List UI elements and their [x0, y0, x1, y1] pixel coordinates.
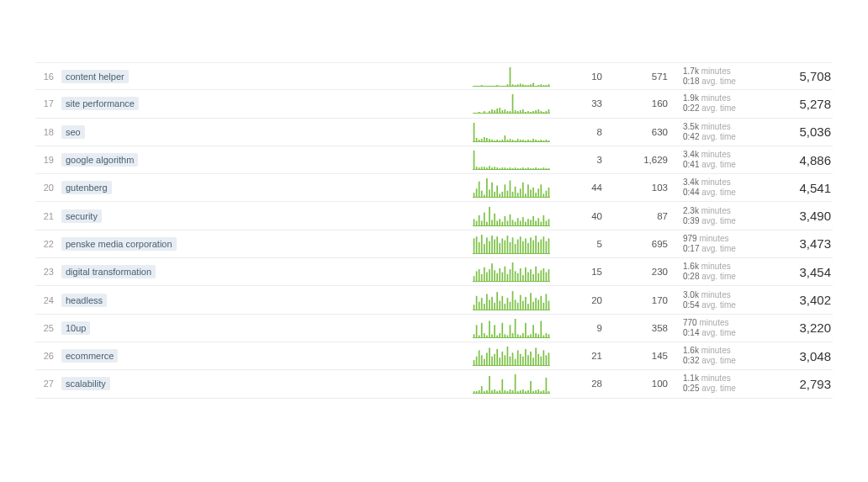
avgtime-label: avg. time — [701, 103, 736, 113]
svg-rect-310 — [512, 352, 514, 365]
tag-link[interactable]: google algorithm — [61, 153, 138, 167]
svg-rect-320 — [537, 354, 539, 365]
minutes-value: 1.9k — [683, 93, 699, 103]
tag-link[interactable]: content helper — [61, 70, 129, 83]
svg-rect-81 — [481, 167, 483, 169]
svg-rect-335 — [496, 391, 498, 393]
minutes-label: minutes — [701, 150, 731, 159]
svg-rect-287 — [532, 325, 534, 337]
col-posts: 33 — [555, 98, 602, 109]
svg-rect-17 — [546, 85, 548, 86]
col-posts: 5 — [555, 239, 602, 249]
svg-rect-249 — [515, 299, 516, 310]
svg-rect-245 — [504, 304, 505, 310]
col-engagement: 1.6k minutes0:32 avg. time — [668, 346, 760, 366]
svg-rect-208 — [489, 269, 490, 281]
svg-rect-303 — [494, 354, 495, 365]
col-engagement: 1.7k minutes0:18 avg. time — [668, 66, 760, 87]
svg-rect-265 — [476, 325, 478, 337]
svg-rect-140 — [474, 219, 475, 225]
col-total: 4,886 — [760, 153, 833, 167]
svg-rect-227 — [537, 273, 539, 281]
svg-rect-128 — [522, 183, 524, 197]
tag-link[interactable]: 10up — [61, 321, 90, 335]
svg-rect-299 — [484, 359, 485, 365]
svg-rect-18 — [548, 84, 550, 86]
svg-rect-203 — [476, 272, 478, 282]
tag-link[interactable]: seo — [61, 125, 85, 139]
minutes-label: minutes — [701, 262, 731, 271]
tag-link[interactable]: penske media corporation — [61, 237, 177, 251]
svg-rect-181 — [499, 243, 500, 253]
col-views: 358 — [602, 323, 668, 333]
svg-rect-91 — [507, 168, 509, 169]
minutes-value: 1.6k — [683, 262, 699, 271]
tag-link[interactable]: digital transformation — [61, 265, 156, 278]
svg-rect-351 — [537, 389, 539, 393]
svg-rect-166 — [540, 221, 542, 225]
svg-rect-137 — [546, 191, 548, 197]
svg-rect-309 — [510, 357, 511, 365]
svg-rect-300 — [486, 352, 488, 365]
svg-rect-23 — [491, 109, 493, 113]
tag-link[interactable]: ecommerce — [61, 349, 118, 363]
svg-rect-186 — [512, 237, 514, 253]
avgtime-value: 0:54 — [683, 300, 699, 310]
tag-link[interactable]: security — [61, 209, 102, 223]
svg-rect-45 — [548, 109, 550, 113]
svg-rect-268 — [484, 333, 485, 337]
svg-rect-290 — [540, 320, 542, 337]
svg-rect-323 — [546, 355, 548, 365]
row-rank: 18 — [35, 127, 54, 137]
svg-rect-229 — [542, 268, 544, 281]
avgtime-value: 0:14 — [683, 328, 699, 337]
svg-rect-259 — [540, 295, 542, 309]
svg-rect-228 — [540, 270, 542, 281]
sparkline-chart — [473, 289, 550, 311]
svg-rect-78 — [474, 151, 475, 169]
svg-rect-151 — [501, 221, 503, 225]
svg-rect-56 — [496, 140, 498, 141]
svg-rect-27 — [501, 110, 503, 113]
svg-rect-349 — [532, 391, 534, 393]
tag-link[interactable]: gutenberg — [61, 181, 112, 194]
svg-rect-88 — [499, 168, 500, 169]
svg-rect-258 — [537, 299, 539, 310]
svg-rect-215 — [507, 274, 509, 281]
minutes-label: minutes — [701, 290, 731, 299]
svg-rect-161 — [527, 219, 529, 225]
svg-rect-44 — [546, 111, 548, 113]
tag-link[interactable]: site performance — [61, 97, 139, 110]
svg-rect-136 — [542, 194, 544, 198]
svg-rect-273 — [496, 335, 498, 336]
table-row: 17site performance331601.9k minutes0:22 … — [35, 90, 833, 118]
tag-link[interactable]: headless — [61, 294, 107, 307]
svg-rect-182 — [501, 238, 503, 253]
avgtime-label: avg. time — [701, 216, 736, 225]
svg-rect-104 — [540, 168, 542, 169]
tag-link[interactable]: scalability — [61, 377, 110, 390]
svg-rect-328 — [479, 390, 480, 393]
svg-rect-212 — [499, 268, 500, 281]
svg-rect-257 — [535, 298, 537, 310]
row-rank: 20 — [35, 183, 54, 193]
sparkline-chart — [473, 233, 550, 255]
table-row: 23digital transformation152301.6k minute… — [35, 258, 833, 286]
svg-rect-231 — [548, 269, 550, 281]
svg-rect-50 — [481, 139, 483, 141]
col-views: 695 — [602, 239, 668, 249]
col-views: 230 — [602, 267, 668, 277]
table-row: 19google algorithm31,6293.4k minutes0:41… — [35, 146, 833, 174]
svg-rect-333 — [491, 390, 493, 393]
svg-rect-28 — [504, 109, 505, 113]
minutes-value: 979 — [683, 234, 697, 243]
svg-rect-178 — [491, 236, 493, 253]
svg-rect-244 — [501, 295, 503, 309]
svg-rect-101 — [532, 168, 534, 169]
minutes-label: minutes — [699, 318, 728, 327]
svg-rect-254 — [527, 304, 529, 310]
row-rank: 22 — [35, 239, 54, 249]
svg-rect-261 — [546, 294, 548, 310]
svg-rect-20 — [479, 112, 480, 113]
svg-rect-97 — [522, 167, 524, 169]
